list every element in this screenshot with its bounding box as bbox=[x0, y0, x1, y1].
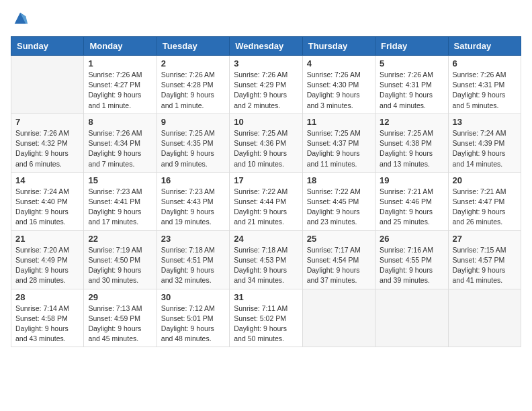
day-number: 14 bbox=[15, 175, 79, 185]
calendar-cell: 15Sunrise: 7:23 AMSunset: 4:41 PMDayligh… bbox=[84, 172, 157, 230]
day-info: Sunrise: 7:22 AMSunset: 4:45 PMDaylight:… bbox=[307, 187, 371, 228]
calendar-cell: 30Sunrise: 7:12 AMSunset: 5:01 PMDayligh… bbox=[157, 289, 229, 347]
day-info: Sunrise: 7:23 AMSunset: 4:43 PMDaylight:… bbox=[161, 187, 225, 228]
day-info: Sunrise: 7:22 AMSunset: 4:44 PMDaylight:… bbox=[234, 187, 298, 228]
day-info: Sunrise: 7:26 AMSunset: 4:34 PMDaylight:… bbox=[88, 128, 152, 169]
day-info: Sunrise: 7:15 AMSunset: 4:57 PMDaylight:… bbox=[453, 245, 517, 286]
day-number: 4 bbox=[307, 58, 371, 68]
calendar-cell: 3Sunrise: 7:26 AMSunset: 4:29 PMDaylight… bbox=[230, 56, 302, 114]
calendar-cell: 12Sunrise: 7:25 AMSunset: 4:38 PMDayligh… bbox=[375, 113, 448, 172]
day-number: 11 bbox=[307, 117, 371, 127]
calendar-cell: 24Sunrise: 7:18 AMSunset: 4:53 PMDayligh… bbox=[230, 230, 302, 289]
day-number: 17 bbox=[234, 175, 298, 185]
weekday-header-monday: Monday bbox=[84, 37, 157, 56]
calendar-cell: 8Sunrise: 7:26 AMSunset: 4:34 PMDaylight… bbox=[84, 113, 157, 172]
calendar-cell bbox=[302, 289, 375, 347]
day-number: 30 bbox=[161, 292, 225, 302]
day-number: 29 bbox=[88, 292, 152, 302]
calendar-cell: 25Sunrise: 7:17 AMSunset: 4:54 PMDayligh… bbox=[302, 230, 375, 289]
day-info: Sunrise: 7:16 AMSunset: 4:55 PMDaylight:… bbox=[380, 245, 443, 286]
calendar-week-row: 7Sunrise: 7:26 AMSunset: 4:32 PMDaylight… bbox=[11, 113, 521, 172]
weekday-header-sunday: Sunday bbox=[11, 37, 84, 56]
day-number: 10 bbox=[234, 117, 298, 127]
day-number: 8 bbox=[88, 117, 152, 127]
day-info: Sunrise: 7:26 AMSunset: 4:30 PMDaylight:… bbox=[307, 70, 371, 111]
day-number: 18 bbox=[307, 175, 371, 185]
day-number: 20 bbox=[453, 175, 517, 185]
calendar-cell: 2Sunrise: 7:26 AMSunset: 4:28 PMDaylight… bbox=[157, 56, 229, 114]
calendar-cell bbox=[11, 56, 84, 114]
logo bbox=[11, 11, 32, 30]
day-number: 19 bbox=[380, 175, 443, 185]
calendar-cell bbox=[375, 289, 448, 347]
day-info: Sunrise: 7:19 AMSunset: 4:50 PMDaylight:… bbox=[88, 245, 152, 286]
calendar-cell: 31Sunrise: 7:11 AMSunset: 5:02 PMDayligh… bbox=[230, 289, 302, 347]
calendar-table: SundayMondayTuesdayWednesdayThursdayFrid… bbox=[11, 36, 521, 347]
calendar-cell: 5Sunrise: 7:26 AMSunset: 4:31 PMDaylight… bbox=[375, 56, 448, 114]
day-info: Sunrise: 7:26 AMSunset: 4:28 PMDaylight:… bbox=[161, 70, 225, 111]
day-number: 7 bbox=[15, 117, 79, 127]
calendar-cell: 28Sunrise: 7:14 AMSunset: 4:58 PMDayligh… bbox=[11, 289, 84, 347]
calendar-cell: 6Sunrise: 7:26 AMSunset: 4:31 PMDaylight… bbox=[448, 56, 521, 114]
day-number: 27 bbox=[453, 234, 517, 244]
calendar-cell: 18Sunrise: 7:22 AMSunset: 4:45 PMDayligh… bbox=[302, 172, 375, 230]
calendar-cell: 13Sunrise: 7:24 AMSunset: 4:39 PMDayligh… bbox=[448, 113, 521, 172]
day-number: 9 bbox=[161, 117, 225, 127]
calendar-cell bbox=[448, 289, 521, 347]
calendar-cell: 16Sunrise: 7:23 AMSunset: 4:43 PMDayligh… bbox=[157, 172, 229, 230]
weekday-header-wednesday: Wednesday bbox=[230, 37, 302, 56]
day-number: 22 bbox=[88, 234, 152, 244]
logo-icon bbox=[11, 11, 30, 30]
day-number: 3 bbox=[234, 58, 298, 68]
page-header bbox=[11, 11, 521, 30]
day-number: 24 bbox=[234, 234, 298, 244]
day-number: 15 bbox=[88, 175, 152, 185]
day-info: Sunrise: 7:23 AMSunset: 4:41 PMDaylight:… bbox=[88, 187, 152, 228]
calendar-cell: 9Sunrise: 7:25 AMSunset: 4:35 PMDaylight… bbox=[157, 113, 229, 172]
weekday-header-saturday: Saturday bbox=[448, 37, 521, 56]
day-info: Sunrise: 7:26 AMSunset: 4:27 PMDaylight:… bbox=[88, 70, 152, 111]
day-info: Sunrise: 7:17 AMSunset: 4:54 PMDaylight:… bbox=[307, 245, 371, 286]
day-info: Sunrise: 7:21 AMSunset: 4:47 PMDaylight:… bbox=[453, 187, 517, 228]
day-number: 12 bbox=[380, 117, 443, 127]
day-number: 26 bbox=[380, 234, 443, 244]
calendar-cell: 17Sunrise: 7:22 AMSunset: 4:44 PMDayligh… bbox=[230, 172, 302, 230]
day-number: 21 bbox=[15, 234, 79, 244]
day-info: Sunrise: 7:24 AMSunset: 4:39 PMDaylight:… bbox=[453, 128, 517, 169]
calendar-cell: 23Sunrise: 7:18 AMSunset: 4:51 PMDayligh… bbox=[157, 230, 229, 289]
day-number: 25 bbox=[307, 234, 371, 244]
calendar-cell: 20Sunrise: 7:21 AMSunset: 4:47 PMDayligh… bbox=[448, 172, 521, 230]
calendar-cell: 4Sunrise: 7:26 AMSunset: 4:30 PMDaylight… bbox=[302, 56, 375, 114]
calendar-cell: 10Sunrise: 7:25 AMSunset: 4:36 PMDayligh… bbox=[230, 113, 302, 172]
calendar-week-row: 21Sunrise: 7:20 AMSunset: 4:49 PMDayligh… bbox=[11, 230, 521, 289]
weekday-header-friday: Friday bbox=[375, 37, 448, 56]
calendar-cell: 19Sunrise: 7:21 AMSunset: 4:46 PMDayligh… bbox=[375, 172, 448, 230]
calendar-week-row: 14Sunrise: 7:24 AMSunset: 4:40 PMDayligh… bbox=[11, 172, 521, 230]
calendar-cell: 26Sunrise: 7:16 AMSunset: 4:55 PMDayligh… bbox=[375, 230, 448, 289]
day-number: 13 bbox=[453, 117, 517, 127]
calendar-week-row: 28Sunrise: 7:14 AMSunset: 4:58 PMDayligh… bbox=[11, 289, 521, 347]
calendar-cell: 21Sunrise: 7:20 AMSunset: 4:49 PMDayligh… bbox=[11, 230, 84, 289]
weekday-header-tuesday: Tuesday bbox=[157, 37, 229, 56]
day-info: Sunrise: 7:20 AMSunset: 4:49 PMDaylight:… bbox=[15, 245, 79, 286]
calendar-cell: 29Sunrise: 7:13 AMSunset: 4:59 PMDayligh… bbox=[84, 289, 157, 347]
day-info: Sunrise: 7:13 AMSunset: 4:59 PMDaylight:… bbox=[88, 304, 152, 345]
day-number: 6 bbox=[453, 58, 517, 68]
day-info: Sunrise: 7:21 AMSunset: 4:46 PMDaylight:… bbox=[380, 187, 443, 228]
weekday-header-row: SundayMondayTuesdayWednesdayThursdayFrid… bbox=[11, 37, 521, 56]
day-number: 23 bbox=[161, 234, 225, 244]
day-number: 28 bbox=[15, 292, 79, 302]
day-number: 5 bbox=[380, 58, 443, 68]
calendar-cell: 22Sunrise: 7:19 AMSunset: 4:50 PMDayligh… bbox=[84, 230, 157, 289]
day-info: Sunrise: 7:26 AMSunset: 4:31 PMDaylight:… bbox=[453, 70, 517, 111]
day-info: Sunrise: 7:18 AMSunset: 4:51 PMDaylight:… bbox=[161, 245, 225, 286]
day-info: Sunrise: 7:26 AMSunset: 4:32 PMDaylight:… bbox=[15, 128, 79, 169]
day-info: Sunrise: 7:14 AMSunset: 4:58 PMDaylight:… bbox=[15, 304, 79, 345]
day-number: 1 bbox=[88, 58, 152, 68]
day-info: Sunrise: 7:25 AMSunset: 4:37 PMDaylight:… bbox=[307, 128, 371, 169]
calendar-cell: 1Sunrise: 7:26 AMSunset: 4:27 PMDaylight… bbox=[84, 56, 157, 114]
day-info: Sunrise: 7:18 AMSunset: 4:53 PMDaylight:… bbox=[234, 245, 298, 286]
day-info: Sunrise: 7:25 AMSunset: 4:36 PMDaylight:… bbox=[234, 128, 298, 169]
day-number: 31 bbox=[234, 292, 298, 302]
calendar-cell: 11Sunrise: 7:25 AMSunset: 4:37 PMDayligh… bbox=[302, 113, 375, 172]
